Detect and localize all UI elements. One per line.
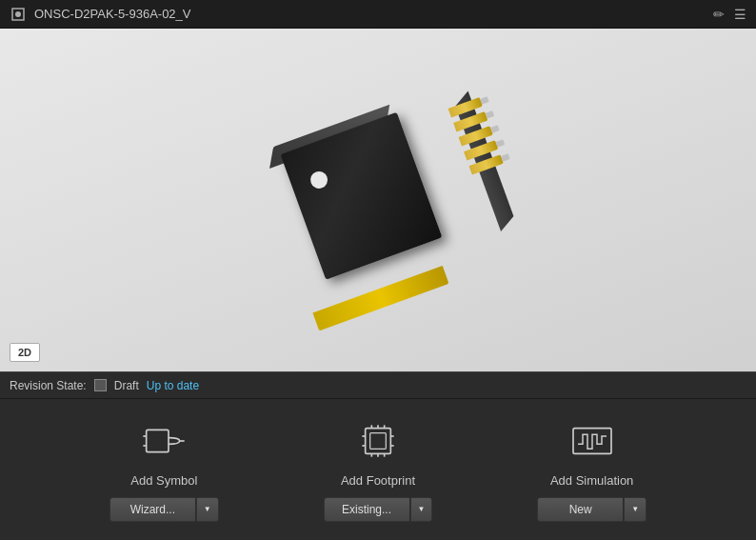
svg-point-1 [15, 11, 21, 17]
app-icon [10, 6, 27, 23]
svg-rect-7 [370, 432, 387, 449]
revision-draft-label: Draft [114, 379, 139, 392]
footprint-buttons: Existing... [324, 497, 433, 522]
add-simulation-label: Add Simulation [550, 473, 633, 488]
revision-uptodate-label: Up to date [147, 379, 199, 392]
add-footprint-label: Add Footprint [341, 473, 415, 488]
window-title: ONSC-D2PAK-5-936A-02_V [34, 7, 713, 21]
add-footprint-column: Add Footprint Existing... [292, 418, 464, 522]
edit-icon[interactable]: ✏ [713, 7, 725, 22]
footprint-icon [351, 418, 404, 464]
title-bar-actions: ✏ ☰ [713, 7, 746, 22]
symbol-buttons: Wizard... [109, 497, 219, 522]
simulation-icon [566, 418, 618, 464]
svg-rect-2 [147, 430, 169, 451]
component-viewer: 2D [0, 29, 756, 371]
component-3d-render [247, 74, 508, 325]
revision-draft-checkbox[interactable] [94, 379, 107, 391]
symbol-wizard-button[interactable]: Wizard... [109, 497, 195, 522]
actions-area: Add Symbol Wizard... [0, 398, 756, 540]
add-simulation-column: Add Simulation New [507, 418, 678, 522]
add-symbol-column: Add Symbol Wizard... [78, 418, 249, 522]
title-bar: ONSC-D2PAK-5-936A-02_V ✏ ☰ [0, 0, 756, 29]
footprint-existing-button[interactable]: Existing... [324, 497, 409, 522]
symbol-wizard-dropdown[interactable] [196, 497, 219, 522]
revision-state-bar: Revision State: Draft Up to date [0, 371, 756, 398]
view-2d-button[interactable]: 2D [10, 343, 40, 362]
svg-rect-6 [366, 428, 391, 453]
simulation-buttons: New [537, 497, 647, 522]
simulation-new-button[interactable]: New [537, 497, 623, 522]
footprint-existing-dropdown[interactable] [410, 497, 433, 522]
ic-pins [448, 94, 511, 174]
revision-state-label: Revision State: [10, 379, 87, 392]
simulation-new-dropdown[interactable] [624, 497, 647, 522]
menu-icon[interactable]: ☰ [734, 7, 746, 22]
ic-orientation-dot [308, 169, 330, 190]
add-symbol-label: Add Symbol [130, 473, 197, 488]
symbol-icon [138, 418, 190, 464]
